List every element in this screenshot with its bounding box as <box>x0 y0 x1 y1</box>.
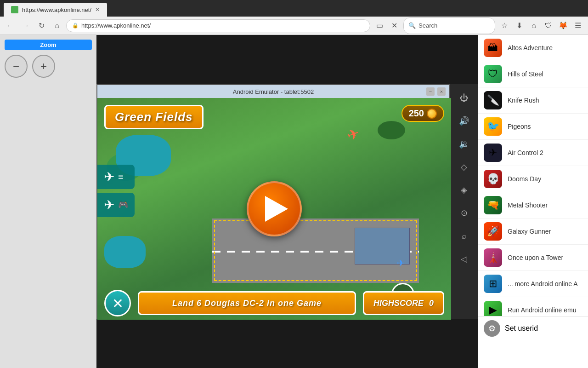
search-placeholder: Search <box>418 22 437 29</box>
mission-badge: ✕ <box>104 290 131 316</box>
camera-button[interactable]: ⊙ <box>456 205 472 221</box>
toolbar: ← → ↻ ⌂ 🔒 https://www.apkonline.net/ ▭ ✕… <box>0 17 588 35</box>
game-screen[interactable]: Green Fields 250 ✈ ≡ <box>97 98 451 320</box>
game-name-once: Once upon a Tower <box>508 254 563 261</box>
game-list: 🏔Altos Adventure🛡Hills of Steel🔪Knife Ru… <box>478 35 588 316</box>
game-name-metal: Metal Shooter <box>508 201 548 209</box>
play-button[interactable] <box>247 181 302 236</box>
tab-title: https://www.apkonline.net/ <box>22 6 91 13</box>
mission-text-content: Land 6 Douglas DC-2 in one Game <box>172 299 322 308</box>
game-list-item-metal[interactable]: 🔫Metal Shooter <box>478 192 588 218</box>
game-name-galaxy: Galaxy Gunner <box>508 228 551 235</box>
water-patch-2 <box>104 236 146 268</box>
volume-down-button[interactable]: 🔉 <box>456 136 472 152</box>
address-bar[interactable]: 🔒 https://www.apkonline.net/ <box>66 19 370 32</box>
ui-badge-planes[interactable]: ✈ ≡ <box>97 165 135 189</box>
coin-value: 250 <box>409 108 424 119</box>
game-thumb-dooms: 💀 <box>484 170 502 188</box>
game-thumb-aircontrol: ✈ <box>484 144 502 162</box>
set-userid-row[interactable]: ⚙ Set userid <box>478 316 588 340</box>
tab-close-button[interactable]: ✕ <box>95 6 100 13</box>
active-tab[interactable]: https://www.apkonline.net/ ✕ <box>4 3 107 17</box>
reload-button[interactable]: ↻ <box>35 19 48 32</box>
lock-icon: 🔒 <box>72 23 79 29</box>
close-page-button[interactable]: ✕ <box>388 19 401 32</box>
plane-icon: ✈ <box>104 169 114 184</box>
game-name-hills: Hills of Steel <box>508 70 543 78</box>
emulator-window: Android Emulator - tablet:5502 − × <box>96 84 450 319</box>
toolbar-icons: ▭ ✕ <box>373 19 401 32</box>
game-list-item-galaxy[interactable]: 🚀Galaxy Gunner <box>478 218 588 245</box>
power-button[interactable]: ⏻ <box>456 90 472 106</box>
game-name-more: ... more Android online A <box>508 280 578 288</box>
set-userid-label: Set userid <box>505 324 538 333</box>
close-window-button[interactable]: × <box>437 87 446 96</box>
game-thumb-once: 🗼 <box>484 248 502 267</box>
zoom-label: Zoom <box>5 40 92 50</box>
downloads-button[interactable]: ⬇ <box>513 19 526 32</box>
game-title-badge: Green Fields <box>104 105 204 129</box>
menu-button[interactable]: ☰ <box>571 19 584 32</box>
tab-favicon <box>11 6 18 13</box>
game-list-item-once[interactable]: 🗼Once upon a Tower <box>478 245 588 271</box>
home-nav-button[interactable]: ⌂ <box>527 19 540 32</box>
mission-text: Land 6 Douglas DC-2 in one Game <box>138 291 356 315</box>
shield-button[interactable]: 🛡 <box>542 19 555 32</box>
game-thumb-altos: 🏔 <box>484 39 502 57</box>
game-list-item-altos[interactable]: 🏔Altos Adventure <box>478 35 588 61</box>
page-content: Zoom − + Android Emulator - tablet:5502 … <box>0 35 588 368</box>
game-list-item-knife[interactable]: 🔪Knife Rush <box>478 87 588 114</box>
game-name-pigeons: Pigeons <box>508 123 531 130</box>
emulator-title: Android Emulator - tablet:5502 <box>233 88 314 95</box>
search-bar[interactable]: 🔍 Search <box>403 17 495 34</box>
minimize-button[interactable]: − <box>426 87 435 96</box>
game-name-run: Run Android online emu <box>508 306 576 314</box>
game-thumb-more: ⊞ <box>484 275 502 293</box>
game-list-item-hills[interactable]: 🛡Hills of Steel <box>478 61 588 87</box>
tab-bar: https://www.apkonline.net/ ✕ <box>0 0 588 17</box>
zoom-out-button[interactable]: − <box>5 55 28 78</box>
emulator-area: Android Emulator - tablet:5502 − × <box>96 35 478 368</box>
search-button[interactable]: ⌕ <box>456 228 472 244</box>
plane-icon-2: ✈ <box>104 197 114 213</box>
game-name-altos: Altos Adventure <box>508 44 553 52</box>
main-area: Android Emulator - tablet:5502 − × <box>96 35 588 368</box>
search-icon: 🔍 <box>408 22 416 29</box>
firefox-button[interactable]: 🦊 <box>557 19 570 32</box>
game-bottom-bar: ✕ Land 6 Douglas DC-2 in one Game HIGHSC… <box>97 287 451 320</box>
url-text: https://www.apkonline.net/ <box>81 22 151 29</box>
emulator-title-bar: Android Emulator - tablet:5502 − × <box>97 85 449 98</box>
game-list-item-run[interactable]: ▶Run Android online emu <box>478 297 588 316</box>
tree-patch-1 <box>378 121 405 139</box>
gear-icon: ⚙ <box>484 320 500 337</box>
game-thumb-metal: 🔫 <box>484 196 502 214</box>
rotate2-button[interactable]: ◈ <box>456 182 472 198</box>
back-emu-button[interactable]: ◁ <box>456 251 472 267</box>
back-button[interactable]: ← <box>4 19 17 32</box>
reader-view-button[interactable]: ▭ <box>373 19 386 32</box>
gamepad-icon: 🎮 <box>118 200 128 210</box>
play-triangle-icon <box>265 196 288 222</box>
zoom-in-button[interactable]: + <box>32 55 55 78</box>
forward-button[interactable]: → <box>19 19 32 32</box>
highscore-value: 0 <box>429 299 434 308</box>
rotate-button[interactable]: ◇ <box>456 159 472 175</box>
ui-badge-controller[interactable]: ✈ 🎮 <box>97 193 135 217</box>
zoom-controls: − + <box>5 55 92 78</box>
emulator-container: Android Emulator - tablet:5502 − × <box>96 84 478 319</box>
game-thumb-run: ▶ <box>484 301 502 316</box>
game-list-item-more[interactable]: ⊞... more Android online A <box>478 271 588 297</box>
game-list-item-dooms[interactable]: 💀Dooms Day <box>478 166 588 192</box>
home-button[interactable]: ⌂ <box>51 19 63 32</box>
highscore-label: HIGHSCORE <box>373 299 424 308</box>
coin-counter: 250 <box>401 105 444 122</box>
game-list-item-pigeons[interactable]: 🐦Pigeons <box>478 114 588 140</box>
bookmark-button[interactable]: ☆ <box>498 19 511 32</box>
game-name-knife: Knife Rush <box>508 97 539 104</box>
game-list-item-aircontrol[interactable]: ✈Air Control 2 <box>478 140 588 166</box>
list-icon: ≡ <box>118 172 124 182</box>
game-ui-left: ✈ ≡ ✈ 🎮 <box>97 165 135 217</box>
emulator-controls: ⏻ 🔊 🔉 ◇ ◈ ⊙ ⌕ ◁ <box>450 84 478 319</box>
window-controls: − × <box>426 87 446 96</box>
volume-up-button[interactable]: 🔊 <box>456 113 472 129</box>
